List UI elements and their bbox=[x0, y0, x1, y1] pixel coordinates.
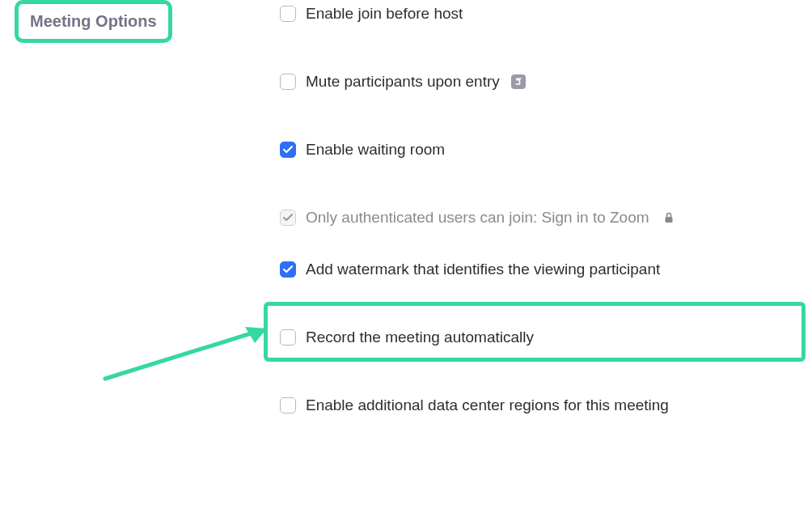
option-label: Only authenticated users can join: Sign … bbox=[306, 209, 649, 227]
section-title: Meeting Options bbox=[30, 12, 157, 30]
option-watermark: Add watermark that identifies the viewin… bbox=[280, 261, 797, 278]
meeting-options-list: Enable join before host Mute participant… bbox=[280, 5, 797, 414]
info-badge-icon[interactable] bbox=[511, 74, 526, 89]
option-label: Add watermark that identifies the viewin… bbox=[306, 261, 660, 278]
svg-line-1 bbox=[105, 332, 256, 379]
annotation-arrow-icon bbox=[101, 298, 271, 383]
checkbox-join-before-host[interactable] bbox=[280, 6, 296, 22]
svg-marker-2 bbox=[245, 327, 267, 343]
option-label: Enable join before host bbox=[306, 5, 463, 23]
checkbox-data-center[interactable] bbox=[280, 397, 296, 413]
option-label: Mute participants upon entry bbox=[306, 73, 500, 91]
section-title-highlight: Meeting Options bbox=[15, 0, 172, 43]
checkbox-waiting-room[interactable] bbox=[280, 142, 296, 158]
checkbox-auto-record[interactable] bbox=[280, 329, 296, 346]
lock-icon bbox=[664, 212, 674, 223]
option-label: Enable waiting room bbox=[306, 141, 445, 159]
svg-rect-0 bbox=[665, 217, 672, 223]
checkbox-mute-on-entry[interactable] bbox=[280, 74, 296, 90]
option-waiting-room: Enable waiting room bbox=[280, 141, 797, 159]
option-authenticated-users: Only authenticated users can join: Sign … bbox=[280, 209, 797, 227]
option-label: Record the meeting automatically bbox=[306, 329, 534, 346]
option-label: Enable additional data center regions fo… bbox=[306, 396, 669, 414]
checkbox-watermark[interactable] bbox=[280, 261, 296, 278]
option-data-center: Enable additional data center regions fo… bbox=[280, 396, 797, 414]
option-auto-record: Record the meeting automatically bbox=[280, 329, 797, 346]
option-mute-on-entry: Mute participants upon entry bbox=[280, 73, 797, 91]
checkbox-authenticated-users bbox=[280, 210, 296, 226]
option-join-before-host: Enable join before host bbox=[280, 5, 797, 23]
